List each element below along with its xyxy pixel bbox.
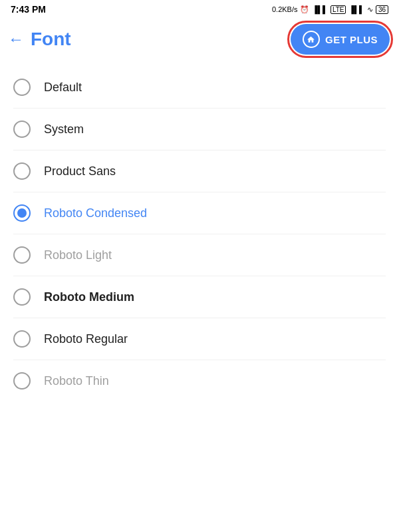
font-label-product-sans: Product Sans	[44, 164, 116, 178]
signal-icon-2: ▐▌▌	[348, 5, 364, 13]
signal-icon-1: ▐▌▌	[312, 5, 327, 13]
battery-icon: 36	[376, 5, 388, 14]
font-item-product-sans[interactable]: Product Sans	[0, 150, 399, 192]
alarm-icon: ⏰	[300, 5, 309, 14]
wifi-icon: ∿	[367, 5, 373, 14]
font-item-roboto-regular[interactable]: Roboto Regular	[0, 318, 399, 360]
radio-roboto-thin	[13, 372, 31, 390]
radio-default	[13, 79, 31, 96]
radio-roboto-condensed	[13, 204, 31, 222]
font-item-roboto-thin[interactable]: Roboto Thin	[0, 360, 399, 401]
page-title: Font	[31, 29, 71, 50]
font-label-roboto-condensed: Roboto Condensed	[44, 206, 147, 220]
font-item-roboto-medium[interactable]: Roboto Medium	[0, 276, 399, 318]
font-label-roboto-medium: Roboto Medium	[44, 290, 134, 304]
home-icon	[303, 31, 320, 48]
header-left: ← Font	[8, 29, 71, 50]
font-label-roboto-light: Roboto Light	[44, 248, 112, 262]
get-plus-label: GET PLUS	[325, 34, 378, 45]
font-item-default[interactable]: Default	[0, 67, 399, 108]
font-item-roboto-condensed[interactable]: Roboto Condensed	[0, 192, 399, 234]
font-list: DefaultSystemProduct SansRoboto Condense…	[0, 61, 399, 407]
radio-roboto-regular	[13, 330, 31, 348]
radio-roboto-light	[13, 246, 31, 264]
status-time: 7:43 PM	[11, 4, 46, 15]
radio-roboto-medium	[13, 288, 31, 306]
font-label-roboto-regular: Roboto Regular	[44, 332, 128, 346]
status-icons: 0.2KB/s ⏰ ▐▌▌ LTE ▐▌▌ ∿ 36	[272, 5, 388, 14]
font-item-system[interactable]: System	[0, 109, 399, 150]
network-speed: 0.2KB/s	[272, 5, 298, 13]
font-label-default: Default	[44, 81, 82, 95]
font-label-roboto-thin: Roboto Thin	[44, 374, 109, 388]
radio-product-sans	[13, 162, 31, 180]
status-bar: 7:43 PM 0.2KB/s ⏰ ▐▌▌ LTE ▐▌▌ ∿ 36	[0, 0, 399, 17]
font-item-roboto-light[interactable]: Roboto Light	[0, 234, 399, 276]
lte-icon: LTE	[331, 5, 346, 14]
font-label-system: System	[44, 123, 84, 136]
back-button[interactable]: ←	[8, 30, 24, 49]
radio-inner-roboto-condensed	[17, 208, 27, 218]
radio-system	[13, 121, 31, 138]
header: ← Font GET PLUS	[0, 17, 399, 61]
get-plus-button[interactable]: GET PLUS	[291, 24, 390, 55]
